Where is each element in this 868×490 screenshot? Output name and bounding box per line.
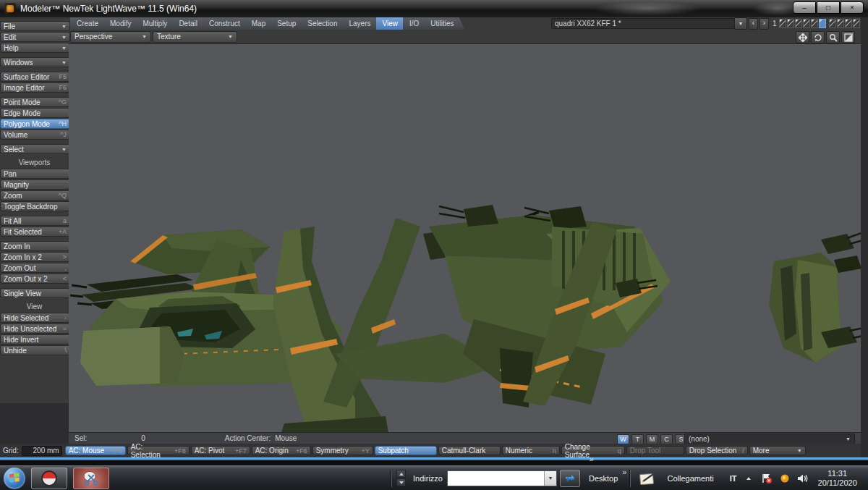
layer-box-3[interactable] xyxy=(795,19,802,28)
tray-orange-icon[interactable] xyxy=(778,472,791,485)
image-editor-button[interactable]: Image EditorF6 xyxy=(0,83,70,93)
tab-layers[interactable]: Layers xyxy=(342,17,381,30)
shading-dropdown[interactable]: Texture ▼ xyxy=(153,31,237,43)
t-mode-button[interactable]: T xyxy=(631,434,644,444)
tab-multiply[interactable]: Multiply xyxy=(136,17,178,30)
taskbar-app-recorder[interactable] xyxy=(31,468,67,489)
language-indicator[interactable]: IT xyxy=(730,474,737,483)
tab-selection[interactable]: Selection xyxy=(301,17,348,30)
title-bar[interactable]: Modeler™ NewTek LightWave™ 11.5 (Win64) … xyxy=(0,0,868,17)
select-menu[interactable]: Select▼ xyxy=(0,144,70,154)
view-type-dropdown[interactable]: Perspective ▼ xyxy=(70,31,151,43)
layer-box-8[interactable] xyxy=(837,19,844,28)
address-band-label: Indirizzo xyxy=(413,474,443,483)
subpatch-button[interactable]: Subpatch xyxy=(375,446,437,455)
close-button[interactable]: × xyxy=(841,1,864,14)
layer-box-10[interactable] xyxy=(853,19,860,28)
symmetry-button[interactable]: Symmetry+Y xyxy=(312,446,373,455)
menu-help[interactable]: Help▼ xyxy=(0,43,70,53)
c-mode-button[interactable]: C xyxy=(660,434,673,444)
taskbar-app-capture[interactable] xyxy=(73,468,109,489)
next-object-button[interactable]: › xyxy=(760,18,769,30)
layer-box-7[interactable] xyxy=(829,19,836,28)
current-object-dropdown[interactable]: quadri XX62 KFF 1 * xyxy=(551,18,735,29)
chevron-down-icon[interactable]: ▼ xyxy=(544,471,556,486)
desktop-band-label[interactable]: Desktop xyxy=(589,474,618,483)
polygon-mode-button[interactable]: Polygon Mode^H xyxy=(0,119,70,129)
drop-tool-button[interactable]: Drop Tool xyxy=(626,446,684,455)
zoom-in-x2-button[interactable]: Zoom In x 2> xyxy=(0,252,70,262)
surface-name: (none) xyxy=(689,434,710,444)
minimize-button[interactable]: – xyxy=(793,1,816,14)
m-mode-button[interactable]: M xyxy=(646,434,658,444)
toggle-backdrop-button[interactable]: Toggle Backdrop xyxy=(0,201,70,211)
fit-all-button[interactable]: Fit Alla xyxy=(0,216,70,226)
deskband-spinner[interactable] xyxy=(396,470,406,486)
volume-mode-button[interactable]: Volume^J xyxy=(0,130,70,140)
shortcut: ^Q xyxy=(59,192,67,199)
menu-edit[interactable]: Edit▼ xyxy=(0,32,70,42)
w-mode-button[interactable]: W xyxy=(617,434,629,444)
hide-unselected-button[interactable]: Hide Unselected= xyxy=(0,324,70,334)
ac-mouse-button[interactable]: AC: Mouse+F5 xyxy=(65,446,126,455)
taskbar-clock[interactable]: 11:31 20/11/2020 xyxy=(818,469,857,488)
desktop-overflow-chevron[interactable]: » xyxy=(622,468,626,476)
spinner-down-icon[interactable] xyxy=(396,478,406,486)
more-dropdown[interactable]: More▼ xyxy=(749,446,806,455)
layer-box-4[interactable] xyxy=(803,19,810,28)
unhide-button[interactable]: Unhide\ xyxy=(0,345,70,355)
surface-editor-button[interactable]: Surface EditorF5 xyxy=(0,72,70,82)
tab-create[interactable]: Create xyxy=(70,17,109,30)
zoom-out-button[interactable]: Zoom Out, xyxy=(0,263,70,273)
address-combo[interactable]: ▼ xyxy=(447,470,557,486)
zoom-in-button[interactable]: Zoom In xyxy=(0,241,70,251)
ac-pivot-button[interactable]: AC: Pivot+F7 xyxy=(191,446,250,455)
links-band-label[interactable]: Collegamenti xyxy=(667,474,713,483)
layer-box-1[interactable] xyxy=(779,19,786,28)
links-band-icon[interactable] xyxy=(638,470,660,486)
catmull-clark-button[interactable]: Catmull-Clark xyxy=(438,446,501,455)
chevron-down-icon[interactable]: ▼ xyxy=(735,17,747,30)
label: Catmull-Clark xyxy=(442,447,486,455)
single-view-button[interactable]: Single View xyxy=(0,288,70,298)
numeric-button[interactable]: Numericn xyxy=(502,446,560,455)
layer-box-5[interactable] xyxy=(811,19,818,28)
layer-box-9[interactable] xyxy=(845,19,852,28)
zoom-out-x2-button[interactable]: Zoom Out x 2< xyxy=(0,274,70,284)
action-center-flag-icon[interactable] xyxy=(760,472,773,485)
zoom-button[interactable]: Zoom^Q xyxy=(0,190,70,200)
zoom-view-icon[interactable] xyxy=(826,31,840,43)
perspective-viewport[interactable] xyxy=(69,43,861,432)
magnify-button[interactable]: Magnify xyxy=(0,179,70,190)
address-input[interactable] xyxy=(448,471,544,486)
hidden-icons-chevron[interactable] xyxy=(742,472,755,485)
pan-button[interactable]: Pan xyxy=(0,169,70,179)
viewport-maximize-icon[interactable] xyxy=(841,31,855,43)
tab-bar: Create Modify Multiply Detail Construct … xyxy=(0,17,868,30)
tab-utilities[interactable]: Utilities xyxy=(424,17,464,30)
point-mode-button[interactable]: Point Mode^G xyxy=(0,97,70,107)
maximize-button[interactable]: □ xyxy=(817,1,840,14)
ac-selection-button[interactable]: AC: Selection+F8 xyxy=(127,446,190,455)
surface-name-dropdown[interactable]: (none) ▼ xyxy=(684,434,855,444)
ac-origin-button[interactable]: AC: Origin+F6 xyxy=(252,446,311,455)
menu-windows[interactable]: Windows▼ xyxy=(0,57,70,67)
prev-object-button[interactable]: ‹ xyxy=(749,18,758,30)
start-button[interactable] xyxy=(4,468,25,489)
pan-view-icon[interactable] xyxy=(796,31,809,43)
hide-selected-button[interactable]: Hide Selected- xyxy=(0,313,70,323)
tab-modify[interactable]: Modify xyxy=(103,17,142,30)
menu-file[interactable]: File▼ xyxy=(0,21,70,31)
spinner-up-icon[interactable] xyxy=(396,470,406,478)
volume-icon[interactable] xyxy=(796,472,809,485)
links-overflow-chevron[interactable]: » xyxy=(590,455,594,463)
layer-box-6-selected[interactable] xyxy=(819,19,826,28)
rotate-view-icon[interactable] xyxy=(811,31,825,43)
layer-box-2[interactable] xyxy=(787,19,794,28)
edge-mode-button[interactable]: Edge Mode xyxy=(0,108,70,118)
drop-selection-button[interactable]: Drop Selection/ xyxy=(686,446,748,455)
hide-invert-button[interactable]: Hide Invert xyxy=(0,334,70,345)
address-go-button[interactable] xyxy=(560,470,580,487)
fit-selected-button[interactable]: Fit Selected+A xyxy=(0,227,70,237)
tab-construct[interactable]: Construct xyxy=(203,17,251,30)
